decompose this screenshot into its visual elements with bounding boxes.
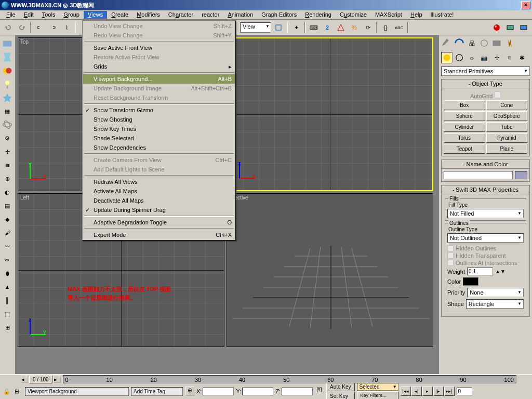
hidden-transparent-checkbox[interactable]: Hidden Transparent (447, 252, 524, 259)
key-filters-button[interactable]: Key Filters... (357, 391, 398, 399)
tab-lights-icon[interactable] (1, 78, 14, 90)
time-ruler[interactable]: 0102030405060708090100 (63, 375, 516, 383)
display-tab-icon[interactable] (491, 37, 502, 49)
hidden-outlines-checkbox[interactable]: Hidden Outlines (447, 245, 524, 252)
menu-item-show-transform-gizmo[interactable]: ✓Show Transform Gizmo (83, 105, 235, 115)
tab-helpers-icon[interactable]: ✢ (1, 145, 14, 158)
priority-dropdown[interactable]: None (467, 288, 524, 297)
weight-input[interactable] (467, 268, 493, 275)
menu-maxscript[interactable]: MAXScript (371, 11, 406, 19)
spinner-snap-icon[interactable]: ⟳ (362, 21, 374, 34)
menu-group[interactable]: Group (59, 11, 84, 19)
tab-knot-icon[interactable]: ∞ (1, 254, 14, 266)
lights-icon[interactable]: ☼ (466, 52, 477, 63)
object-name-input[interactable] (444, 171, 513, 179)
tab-systems-icon[interactable]: ⊕ (1, 172, 14, 185)
tab-objects-icon[interactable] (1, 37, 14, 50)
tab-water-icon[interactable]: 〰 (1, 240, 14, 252)
snap-toggle-icon[interactable]: ⊞ (12, 387, 21, 396)
tab-extras-icon[interactable]: ◆ (1, 213, 14, 225)
tab-particles-icon[interactable] (1, 91, 14, 104)
menu-rendering[interactable]: Rendering (301, 11, 336, 19)
add-time-tag[interactable]: Add Time Tag (131, 387, 183, 396)
lock-selection-icon[interactable]: 🔒 (2, 387, 11, 396)
tab-terrain-icon[interactable]: ▲ (1, 281, 14, 293)
redo-icon[interactable] (16, 21, 28, 34)
next-frame-icon[interactable]: |▸ (433, 387, 444, 396)
menu-item-update-during-spinner-drag[interactable]: ✓Update During Spinner Drag (83, 205, 235, 215)
color-swatch[interactable] (515, 171, 527, 179)
systems-icon[interactable]: ✱ (516, 52, 527, 63)
menu-item-viewport-background[interactable]: Viewport Background...Alt+B (83, 74, 235, 84)
menu-item-grids[interactable]: Grids▸ (83, 62, 235, 71)
transform-type-in-icon[interactable]: ⊕ (185, 387, 194, 396)
swift3d-title[interactable]: - Swift 3D MAX Properties (442, 185, 529, 194)
goto-end-icon[interactable]: ▸▸| (444, 387, 455, 396)
link-icon[interactable] (33, 21, 46, 34)
undo-icon[interactable] (2, 21, 15, 34)
menu-item-save-active-front-view[interactable]: Save Active Front View (83, 43, 235, 52)
render-scene-icon[interactable] (504, 21, 516, 34)
current-frame-input[interactable] (457, 388, 472, 395)
play-icon[interactable]: ▸ (422, 387, 433, 396)
modify-tab-icon[interactable] (454, 37, 465, 49)
quick-render-icon[interactable] (517, 21, 530, 34)
tab-cloth-icon[interactable]: ⬚ (1, 308, 14, 320)
menu-reactor[interactable]: reactor (197, 11, 223, 19)
menu-item-activate-all-maps[interactable]: Activate All Maps (83, 187, 235, 196)
tab-patch-icon[interactable]: ▦ (1, 105, 14, 117)
object-type-title[interactable]: - Object Type (442, 79, 529, 88)
cylinder-button[interactable]: Cylinder (444, 122, 485, 132)
prev-frame-icon[interactable]: ◂| (411, 387, 422, 396)
menu-customize[interactable]: Customize (336, 11, 371, 19)
menu-tools[interactable]: Tools (38, 11, 60, 19)
key-icon[interactable]: ⚿ (315, 387, 324, 396)
category-dropdown[interactable]: Standard Primitives (441, 66, 530, 76)
select-manipulate-icon[interactable]: ✦ (290, 21, 302, 34)
snap-angle-icon[interactable] (335, 21, 347, 34)
edit-named-sets-icon[interactable]: ABC (393, 21, 405, 34)
shape-dropdown[interactable]: Rectangle (466, 299, 524, 309)
teapot-button[interactable]: Teapot (444, 144, 485, 154)
cameras-icon[interactable]: 📷 (478, 52, 490, 63)
tab-nurbs-icon[interactable] (1, 118, 14, 131)
tab-spacewarps-icon[interactable]: ≋ (1, 159, 14, 171)
fill-type-dropdown[interactable]: Not Filled (447, 209, 524, 218)
menu-file[interactable]: File (2, 11, 20, 19)
menu-modifiers[interactable]: Modifiers (132, 11, 164, 19)
menu-views[interactable]: Views (84, 11, 107, 19)
tab-paint-icon[interactable]: 🖌 (1, 227, 14, 239)
time-slider[interactable]: 0 / 100 (29, 376, 52, 383)
timeline-next-button[interactable]: ▸ (54, 376, 61, 383)
torus-button[interactable]: Torus (444, 133, 485, 143)
cone-button[interactable]: Cone (486, 100, 528, 110)
utilities-tab-icon[interactable] (503, 37, 515, 49)
goto-start-icon[interactable]: |◂◂ (401, 387, 411, 396)
viewport-front[interactable]: nt xz (227, 37, 433, 191)
plane-button[interactable]: Plane (486, 144, 528, 154)
geometry-icon[interactable] (441, 52, 453, 63)
outline-color-swatch[interactable] (463, 277, 478, 286)
at-intersections-checkbox[interactable]: Outlines At Intersections (447, 259, 524, 267)
menu-character[interactable]: Character (164, 11, 197, 19)
create-tab-icon[interactable] (441, 37, 453, 49)
tube-button[interactable]: Tube (486, 122, 528, 132)
outline-type-dropdown[interactable]: Not Outlined (447, 233, 524, 243)
box-button[interactable]: Box (444, 100, 485, 110)
menu-item-show-dependencies[interactable]: Show Dependencies (83, 143, 235, 152)
helpers-icon[interactable]: ✢ (491, 52, 502, 63)
menu-item-show-key-times[interactable]: Show Key Times (83, 124, 235, 134)
tab-compounds-icon[interactable] (1, 64, 14, 77)
tab-misc-icon[interactable]: ⊞ (1, 321, 14, 334)
snap-percent-icon[interactable]: % (348, 21, 361, 34)
setkey-button[interactable]: Set Key (326, 392, 355, 400)
spacewarps-icon[interactable]: ≋ (503, 52, 515, 63)
menu-item-show-ghosting[interactable]: Show Ghosting (83, 115, 235, 124)
tab-modifiers-icon[interactable]: ◐ (1, 186, 14, 198)
menu-create[interactable]: Create (107, 11, 132, 19)
menu-edit[interactable]: Edit (20, 11, 38, 19)
named-sets-icon[interactable]: {} (379, 21, 392, 34)
tab-dynamics-icon[interactable]: ⚙ (1, 132, 14, 144)
tab-hair-icon[interactable]: ║ (1, 294, 14, 307)
y-input[interactable] (242, 388, 273, 395)
